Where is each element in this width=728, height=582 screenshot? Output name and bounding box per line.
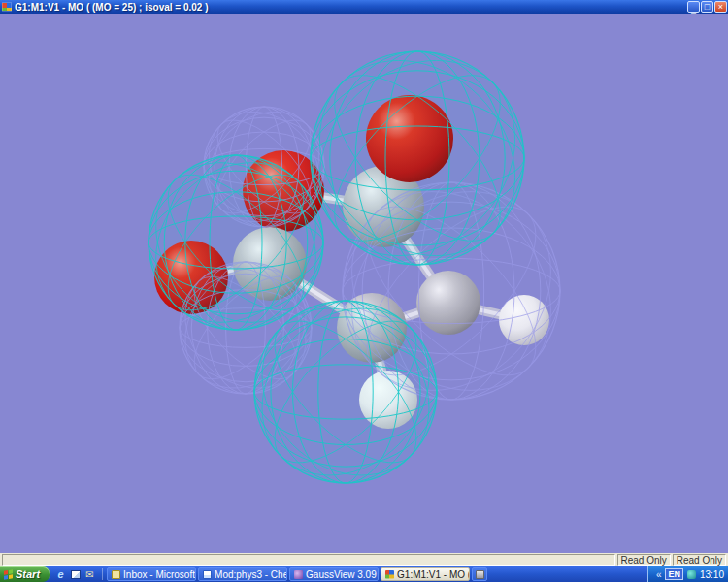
- task-button-gaussview[interactable]: GaussView 3.09: [289, 567, 379, 581]
- outlook-icon[interactable]: ✉: [84, 569, 95, 580]
- task-button-area: Inbox - Microsoft Outl... Mod:phys3 - Ch…: [104, 566, 647, 582]
- molecule-canvas[interactable]: [0, 14, 728, 553]
- minimize-button[interactable]: _: [687, 1, 700, 13]
- window-title: G1:M1:V1 - MO ( (MO = 25) ; isoval = 0.0…: [15, 2, 687, 13]
- internet-explorer-icon[interactable]: e: [55, 569, 66, 580]
- taskbar: Start e ✉ Inbox - Microsoft Outl... Mod:…: [0, 566, 728, 582]
- molecule-viewport[interactable]: [0, 14, 728, 553]
- tray-chevron-icon[interactable]: «: [656, 569, 662, 580]
- close-button[interactable]: ×: [714, 1, 727, 13]
- task-button-extra[interactable]: [472, 567, 487, 581]
- taskbar-clock[interactable]: 13:10: [700, 569, 724, 580]
- window-titlebar[interactable]: G1:M1:V1 - MO ( (MO = 25) ; isoval = 0.0…: [0, 0, 728, 14]
- tray-app-icon[interactable]: [687, 570, 696, 579]
- task-button-outlook[interactable]: Inbox - Microsoft Outl...: [107, 567, 196, 581]
- mo-window-icon: [385, 570, 394, 579]
- language-indicator[interactable]: EN: [665, 568, 683, 580]
- system-tray: « EN 13:10: [647, 566, 728, 582]
- read-only-status-1: Read Only: [617, 554, 671, 566]
- status-message-panel: [2, 554, 615, 566]
- web-page-icon: [203, 570, 212, 579]
- windows-logo-icon: [4, 569, 13, 579]
- read-only-status-2: Read Only: [673, 554, 726, 566]
- mail-icon: [112, 570, 120, 579]
- gaussview-icon: [294, 570, 303, 579]
- task-button-mo-window[interactable]: G1:M1:V1 - MO ( (M...: [381, 567, 470, 581]
- start-button[interactable]: Start: [0, 566, 50, 582]
- status-bar: Read Only Read Only: [0, 553, 728, 566]
- quick-launch-bar: e ✉: [50, 566, 101, 582]
- window-icon: [476, 570, 484, 579]
- task-button-chemwiki[interactable]: Mod:phys3 - ChemWik...: [198, 567, 287, 581]
- maximize-button[interactable]: □: [701, 1, 713, 13]
- taskbar-divider: [102, 568, 103, 580]
- show-desktop-icon[interactable]: [70, 569, 81, 580]
- start-button-label: Start: [16, 568, 40, 580]
- desktop-screen: G1:M1:V1 - MO ( (MO = 25) ; isoval = 0.0…: [0, 0, 728, 582]
- app-icon: [2, 2, 12, 12]
